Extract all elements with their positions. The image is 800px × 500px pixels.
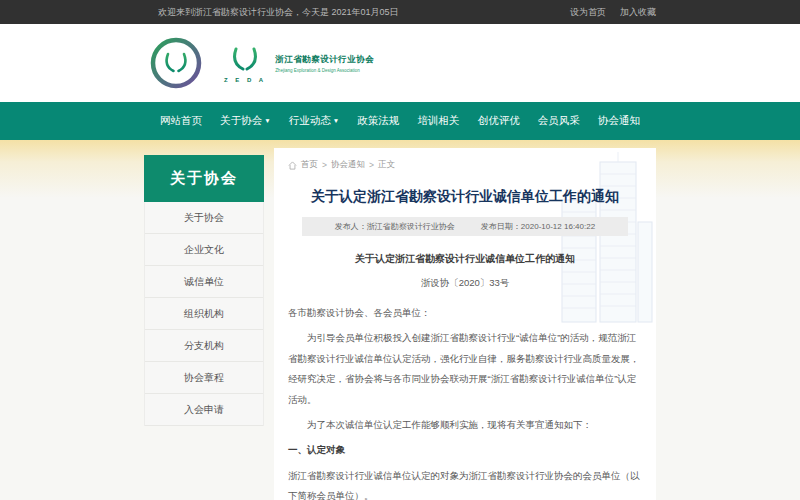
- nav-item-industry-news[interactable]: 行业动态▼: [289, 114, 339, 128]
- nav-item-members[interactable]: 会员风采: [538, 114, 580, 128]
- paragraph: 为了本次诚信单位认定工作能够顺利实施，现将有关事宜通知如下：: [288, 415, 642, 435]
- zeda-acronym: Z E D A: [224, 77, 266, 83]
- nav-item-awards[interactable]: 创优评优: [478, 114, 520, 128]
- add-favorite-link[interactable]: 加入收藏: [620, 6, 656, 19]
- welcome-text: 欢迎来到浙江省勘察设计行业协会，今天是 2021年01月05日: [158, 6, 399, 19]
- org-name-cn: 浙江省勘察设计行业协会: [275, 54, 374, 66]
- chevron-down-icon: ▼: [264, 118, 270, 125]
- sidebar-item-about[interactable]: 关于协会: [145, 202, 263, 234]
- nav-item-home[interactable]: 网站首页: [160, 114, 202, 128]
- sidebar-item-organization[interactable]: 组织机构: [145, 298, 263, 330]
- content-area: 关于协会 关于协会 企业文化 诚信单位 组织机构 分支机构 协会章程 入会申请: [0, 140, 800, 500]
- breadcrumb-separator: >: [369, 160, 374, 170]
- zeda-logo-icon: [232, 43, 258, 75]
- zeda-logo[interactable]: Z E D A: [224, 43, 266, 83]
- page-title: 关于认定浙江省勘察设计行业诚信单位工作的通知: [288, 188, 642, 206]
- sidebar-item-branches[interactable]: 分支机构: [145, 330, 263, 362]
- sidebar-title: 关于协会: [144, 155, 264, 202]
- nav-item-about[interactable]: 关于协会▼: [220, 114, 270, 128]
- publish-date: 发布日期：2020-10-12 16:40:22: [481, 221, 595, 232]
- sidebar-item-membership[interactable]: 入会申请: [145, 394, 263, 426]
- home-icon: [288, 161, 297, 170]
- nav-item-notices[interactable]: 协会通知: [598, 114, 640, 128]
- paragraph: 各市勘察设计协会、各会员单位：: [288, 303, 642, 323]
- breadcrumb-notices[interactable]: 协会通知: [331, 159, 365, 171]
- section-heading: 一、认定对象: [288, 440, 642, 460]
- set-homepage-link[interactable]: 设为首页: [570, 6, 606, 19]
- top-bar: 欢迎来到浙江省勘察设计行业协会，今天是 2021年01月05日 设为首页 加入收…: [0, 0, 800, 24]
- site-header: Z E D A 浙江省勘察设计行业协会 Zhejiang Exploration…: [0, 24, 800, 102]
- sidebar-item-integrity-units[interactable]: 诚信单位: [145, 266, 263, 298]
- document-number: 浙设协〔2020〕33号: [288, 273, 642, 293]
- breadcrumb: 首页 > 协会通知 > 正文: [288, 154, 642, 171]
- nav-item-training[interactable]: 培训相关: [418, 114, 460, 128]
- paragraph: 为引导会员单位积极投入创建浙江省勘察设计行业“诚信单位”的活动，规范浙江省勘察设…: [288, 328, 642, 410]
- breadcrumb-current: 正文: [378, 159, 395, 171]
- sidebar: 关于协会 关于协会 企业文化 诚信单位 组织机构 分支机构 协会章程 入会申请: [144, 155, 264, 500]
- org-name-block: 浙江省勘察设计行业协会 Zhejiang Exploration & Desig…: [275, 54, 374, 73]
- sidebar-item-charter[interactable]: 协会章程: [145, 362, 263, 394]
- sidebar-item-culture[interactable]: 企业文化: [145, 234, 263, 266]
- article-meta-bar: 发布人：浙江省勘察设计行业协会 发布日期：2020-10-12 16:40:22: [302, 217, 628, 236]
- breadcrumb-home[interactable]: 首页: [301, 159, 318, 171]
- article-panel: 首页 > 协会通知 > 正文 关于认定浙江省勘察设计行业诚信单位工作的通知 发布…: [274, 148, 656, 500]
- paragraph: 浙江省勘察设计行业诚信单位认定的对象为浙江省勘察设计行业协会的会员单位（以下简称…: [288, 466, 642, 500]
- org-name-en: Zhejiang Exploration & Design Associatio…: [275, 68, 374, 73]
- document-title: 关于认定浙江省勘察设计行业诚信单位工作的通知: [288, 248, 642, 270]
- breadcrumb-separator: >: [322, 160, 327, 170]
- publisher: 发布人：浙江省勘察设计行业协会: [335, 221, 455, 232]
- article-body: 关于认定浙江省勘察设计行业诚信单位工作的通知 浙设协〔2020〕33号 各市勘察…: [288, 248, 642, 500]
- chevron-down-icon: ▼: [333, 118, 339, 125]
- main-nav: 网站首页 关于协会▼ 行业动态▼ 政策法规 培训相关 创优评优 会员风采 协会通…: [0, 102, 800, 140]
- nav-item-policies[interactable]: 政策法规: [357, 114, 399, 128]
- association-emblem-logo[interactable]: [150, 37, 202, 89]
